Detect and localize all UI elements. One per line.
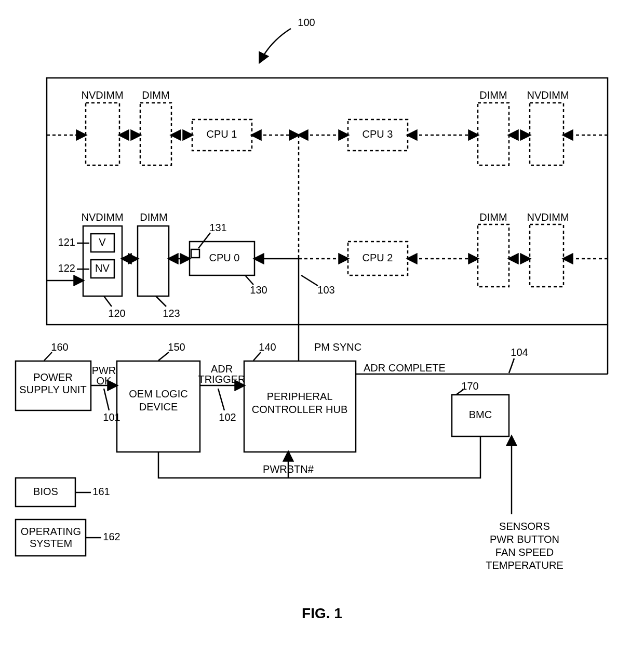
label-nv: NV bbox=[95, 262, 110, 274]
leader-103 bbox=[301, 275, 318, 286]
leader-102 bbox=[218, 389, 224, 410]
ref-122: 122 bbox=[58, 262, 75, 274]
label-nvdimm-bl: NVDIMM bbox=[81, 211, 123, 223]
label-pwrok-2: OK bbox=[97, 375, 112, 387]
block-dimm-br bbox=[478, 224, 509, 287]
label-bmc: BMC bbox=[469, 409, 492, 420]
label-os-1: OPERATING bbox=[21, 526, 81, 537]
ref-130: 130 bbox=[250, 284, 267, 296]
label-pwrok-1: PWR bbox=[92, 365, 116, 376]
label-oem-1: OEM LOGIC bbox=[129, 388, 187, 399]
leader-150 bbox=[158, 352, 169, 361]
figure-diagram: 100 NVDIMM DIMM CPU 1 CPU 3 DIMM NVDIMM … bbox=[0, 0, 644, 653]
ref-160: 160 bbox=[51, 341, 68, 353]
block-cpu0-cache bbox=[191, 249, 199, 258]
ref-162: 162 bbox=[103, 531, 120, 542]
ref-121: 121 bbox=[58, 236, 75, 248]
label-cpu0: CPU 0 bbox=[209, 252, 240, 263]
ref-102: 102 bbox=[219, 411, 236, 423]
label-bios: BIOS bbox=[33, 486, 58, 497]
label-adr-trigger-1: ADR bbox=[211, 363, 233, 375]
leader-130 bbox=[245, 275, 253, 285]
label-cpu3: CPU 3 bbox=[363, 128, 393, 140]
label-sensors-0: SENSORS bbox=[499, 521, 550, 532]
leader-140 bbox=[253, 352, 261, 361]
label-nvdimm-tr: NVDIMM bbox=[527, 89, 569, 101]
ref-170: 170 bbox=[461, 380, 478, 392]
ref-140: 140 bbox=[259, 341, 276, 353]
ref-150: 150 bbox=[168, 341, 185, 353]
label-os-2: SYSTEM bbox=[30, 538, 72, 549]
block-dimm-tl bbox=[140, 103, 171, 165]
ref-104: 104 bbox=[511, 347, 528, 358]
label-nvdimm-tl: NVDIMM bbox=[81, 89, 123, 101]
label-pch-1: PERIPHERAL bbox=[267, 391, 333, 402]
label-dimm-bl: DIMM bbox=[140, 211, 167, 223]
label-pch-2: CONTROLLER HUB bbox=[252, 404, 347, 415]
label-adr-complete: ADR COMPLETE bbox=[364, 362, 446, 374]
leader-160 bbox=[44, 352, 52, 361]
ref-120: 120 bbox=[108, 308, 125, 319]
label-pm-sync: PM SYNC bbox=[314, 341, 361, 353]
label-psu-1: POWER bbox=[33, 371, 73, 383]
ref-103: 103 bbox=[317, 284, 334, 296]
leader-120 bbox=[104, 296, 112, 306]
figure-caption: FIG. 1 bbox=[302, 605, 342, 621]
label-psu-2: SUPPLY UNIT bbox=[19, 384, 86, 395]
leader-170 bbox=[456, 390, 463, 395]
ref-100: 100 bbox=[298, 17, 315, 28]
ref-123: 123 bbox=[163, 308, 180, 319]
leader-104 bbox=[509, 358, 514, 373]
leader-101 bbox=[104, 389, 109, 410]
ref-101: 101 bbox=[103, 411, 120, 423]
label-oem-2: DEVICE bbox=[139, 401, 178, 412]
label-adr-trigger-2: TRIGGER bbox=[198, 374, 245, 385]
label-dimm-br: DIMM bbox=[479, 211, 507, 223]
label-pwrbtn: PWRBTN# bbox=[263, 463, 314, 475]
ref-100-arrow bbox=[260, 29, 291, 62]
label-sensors-3: TEMPERATURE bbox=[486, 559, 564, 571]
block-nvdimm-tl bbox=[86, 103, 119, 165]
label-v: V bbox=[99, 236, 106, 248]
label-dimm-tl: DIMM bbox=[142, 89, 169, 101]
label-sensors-1: PWR BUTTON bbox=[490, 534, 559, 545]
leader-123 bbox=[156, 296, 166, 306]
block-nvdimm-br bbox=[530, 224, 564, 287]
label-dimm-tr: DIMM bbox=[479, 89, 507, 101]
label-sensors-2: FAN SPEED bbox=[495, 547, 554, 558]
label-cpu1: CPU 1 bbox=[207, 128, 237, 140]
block-dimm-bl bbox=[138, 226, 169, 296]
label-cpu2: CPU 2 bbox=[363, 252, 393, 263]
ref-131: 131 bbox=[209, 222, 226, 233]
block-nvdimm-tr bbox=[530, 103, 564, 165]
ref-161: 161 bbox=[92, 486, 110, 497]
block-dimm-tr bbox=[478, 103, 509, 165]
label-nvdimm-br: NVDIMM bbox=[527, 211, 569, 223]
